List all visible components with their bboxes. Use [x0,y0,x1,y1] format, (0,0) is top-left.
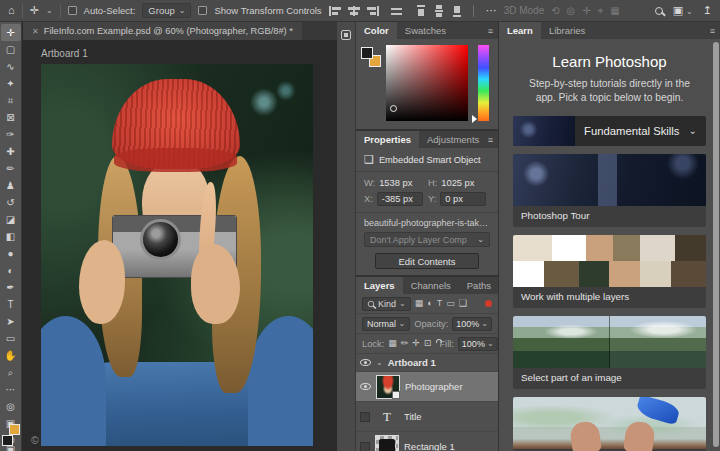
tutorial-card[interactable]: Work with multiple layers [513,235,706,308]
pen-tool[interactable]: ✒ [1,279,21,296]
tab-paths[interactable]: Paths [459,277,498,294]
color-cursor[interactable] [390,105,397,112]
panel-menu-icon[interactable]: ≡ [488,131,498,148]
layer-filter-dropdown[interactable]: Kind ⌄ [362,297,411,311]
lock-artboard-icon[interactable]: ⊡ [424,339,432,348]
layer-row[interactable]: Rectangle 1 [356,432,498,451]
lock-transparency-icon[interactable]: ▦ [388,339,397,348]
dodge-tool[interactable]: ◐ [1,262,21,279]
close-icon[interactable]: ✕ [32,27,39,36]
zoom-tool[interactable]: ⌕ [1,364,21,381]
color-swatches[interactable] [361,47,381,67]
move-tool-icon[interactable]: ✛ [30,5,39,16]
edit-contents-button[interactable]: Edit Contents [375,253,479,269]
layer-thumbnail[interactable] [376,375,400,399]
move-tool[interactable]: ✛ [1,24,21,41]
filter-type-layers-icon[interactable]: T [437,299,443,308]
fill-input[interactable]: 100% ⌄ [458,337,498,351]
tab-swatches[interactable]: Swatches [397,22,454,39]
search-icon[interactable] [655,7,663,15]
workspace-switcher-icon[interactable]: ▣ ⌄ [673,5,693,16]
collapsed-panel-icon[interactable] [341,30,351,40]
share-icon[interactable]: ↥ [703,5,712,16]
tab-layers[interactable]: Layers [356,277,403,294]
tutorial-card[interactable]: Photoshop Tour [513,154,706,227]
panel-menu-icon[interactable]: ≡ [488,22,498,39]
lock-pixels-icon[interactable]: ✏ [401,339,409,348]
tutorial-card[interactable]: Use a layer mask to add an object to an … [513,397,706,451]
visibility-toggle[interactable] [360,412,370,422]
filter-pixel-layers-icon[interactable]: ▦ [415,299,424,308]
show-transform-checkbox[interactable] [198,6,207,15]
opacity-input[interactable]: 100% ⌄ [452,317,492,331]
quick-selection-tool[interactable]: ✦ [1,75,21,92]
layer-row[interactable]: TTitle [356,402,498,432]
visibility-toggle[interactable] [360,442,370,451]
more-options-icon[interactable]: ⋯ [486,5,497,16]
filter-adjustment-layers-icon[interactable]: ◐ [427,299,432,308]
chevron-down-icon[interactable]: ⌄ [376,359,383,367]
layer-row[interactable]: Photographer [356,372,498,402]
document-tab[interactable]: ✕ FileInfo.com Example.psd @ 60% (Photog… [23,22,302,40]
type-tool[interactable]: T [1,296,21,313]
clone-stamp-tool[interactable]: ♟ [1,177,21,194]
tab-learn[interactable]: Learn [499,22,541,39]
healing-brush-tool[interactable]: ✚ [1,143,21,160]
layer-filtering-toggle[interactable] [485,300,492,307]
tab-adjustments[interactable]: Adjustments [419,131,487,148]
layer-comp-dropdown[interactable]: Don't Apply Layer Comp ⌄ [364,232,490,247]
gradient-tool[interactable]: ◧ [1,228,21,245]
alignment-icons[interactable] [329,5,479,17]
blur-tool[interactable]: ● [1,245,21,262]
auto-select-checkbox[interactable] [68,6,77,15]
tab-libraries[interactable]: Libraries [541,22,593,39]
hue-slider[interactable] [478,45,489,121]
lasso-tool[interactable]: ∿ [1,58,21,75]
crop-tool[interactable]: ⌗ [1,92,21,109]
auto-select-target-dropdown[interactable]: Group ⌄ [142,3,191,18]
layer-row[interactable]: ⌄Artboard 1 [356,354,498,372]
hand-tool[interactable]: ✋ [1,347,21,364]
more-tools-tool[interactable]: ⋯ [1,381,21,398]
chevron-down-icon[interactable]: ⌄ [689,125,697,136]
chevron-down-icon[interactable]: ⌄ [46,7,53,15]
foreground-color-swatch[interactable] [361,47,373,59]
layer-list: ⌄Artboard 1PhotographerTTitleRectangle 1… [356,354,498,451]
document-area: ✕ FileInfo.com Example.psd @ 60% (Photog… [23,22,337,451]
visibility-eye-icon[interactable] [360,359,371,366]
layer-thumbnail[interactable] [375,435,399,451]
tab-properties[interactable]: Properties [356,131,419,148]
saturation-brightness-field[interactable] [386,45,468,121]
quick-mask-tool[interactable]: ◎ [1,398,21,415]
artboard-label[interactable]: Artboard 1 [41,48,88,59]
brush-tool[interactable]: ✏ [1,160,21,177]
visibility-eye-icon[interactable] [360,383,371,390]
foreground-color-swatch[interactable] [2,435,13,446]
filter-smart-objects-icon[interactable]: ❑ [459,299,467,308]
search-icon [368,300,374,306]
history-brush-tool[interactable]: ↺ [1,194,21,211]
y-position-input[interactable]: 0 px [440,192,486,206]
eraser-tool[interactable]: ◪ [1,211,21,228]
hue-slider-pointer[interactable] [472,115,477,123]
canvas-image[interactable] [41,64,313,446]
fundamental-skills-card[interactable]: Fundamental Skills ⌄ [513,116,706,146]
type-layer-icon[interactable]: T [375,409,399,425]
frame-tool[interactable]: ⊠ [1,109,21,126]
scrollbar[interactable] [713,42,719,447]
x-position-input[interactable]: -385 px [377,192,423,206]
tutorial-card[interactable]: Select part of an image [513,316,706,389]
path-selection-tool[interactable]: ➤ [1,313,21,330]
background-color-swatch[interactable] [9,424,20,435]
tab-color[interactable]: Color [356,22,397,39]
panel-menu-icon[interactable]: ≡ [710,22,720,39]
blend-mode-dropdown[interactable]: Normal ⌄ [362,317,410,331]
tab-channels[interactable]: Channels [403,277,459,294]
eyedropper-tool[interactable]: ✑ [1,126,21,143]
lock-position-icon[interactable]: ✛ [412,339,420,348]
filter-shape-layers-icon[interactable]: ▭ [446,299,455,308]
height-value: 1025 px [441,178,474,188]
rectangle-tool[interactable]: ▭ [1,330,21,347]
home-icon[interactable]: ⌂ [8,5,15,16]
marquee-tool[interactable]: ▢ [1,41,21,58]
